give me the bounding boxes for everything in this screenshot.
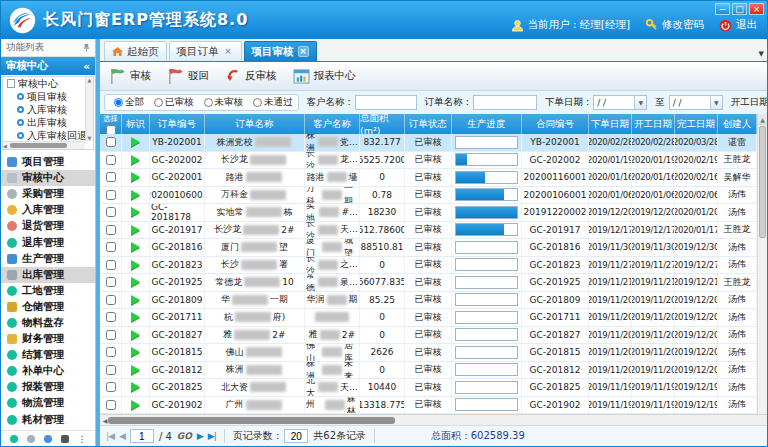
prev-page-button[interactable]: ◀ [119,431,125,441]
column-header-1[interactable]: 标识 [122,114,150,134]
table-row[interactable]: GC-201825北大资北大天…10440已审核GC-2018252019/11… [100,379,757,397]
column-header-3[interactable]: 订单名称 [205,114,305,134]
reject-button[interactable]: 驳回 [164,66,216,87]
status-radio-2[interactable]: 未审核 [204,96,244,109]
scroll-up-icon[interactable]: ▲ [758,114,767,125]
column-header-12[interactable]: 创建人 [718,114,757,134]
tree-vertical-scrollbar[interactable]: ▲ ▼ [85,77,93,141]
row-checkbox[interactable] [106,137,116,147]
tab-overflow-icon[interactable]: ▼ [759,50,764,58]
first-page-button[interactable]: |◀ [106,431,114,441]
next-page-button[interactable]: ▶ [197,431,203,441]
radio-input[interactable] [204,98,213,107]
page-size-input[interactable] [284,429,308,443]
column-header-10[interactable]: 开工日期 [632,114,675,134]
order-name-input[interactable] [473,95,537,110]
row-checkbox[interactable] [106,155,116,165]
tab-2[interactable]: 项目审核× [244,41,317,61]
tree-root-audit-center[interactable]: 审核中心 [3,77,93,90]
tree-item-0[interactable]: 项目审核 [3,90,93,103]
tree-item-1[interactable]: 入库审核 [3,103,93,116]
row-checkbox[interactable] [106,400,116,410]
overflow-icon[interactable]: ⋮ [78,434,87,444]
row-checkbox[interactable] [106,295,116,305]
tab-close-icon[interactable]: × [298,46,309,57]
scroll-left-icon[interactable]: ◀ [3,143,7,149]
table-row[interactable]: GC-202001路港路港墙0已审核202001160012020/01/162… [100,169,757,187]
scroll-down-icon[interactable]: ▼ [88,135,92,141]
tab-1[interactable]: 项目订单× [169,41,242,61]
unaudit-button[interactable]: 反审核 [222,66,284,86]
table-row[interactable]: YB-202001株洲党校株洲党…832.177已审核YB-2020012020… [100,134,757,152]
radio-input[interactable] [114,98,123,107]
sidebar-item-13[interactable]: 补单中心 [1,363,95,379]
cart-mini-icon[interactable] [27,435,35,443]
row-checkbox[interactable] [106,242,116,252]
column-header-11[interactable]: 完工日期 [675,114,718,134]
sidebar-item-4[interactable]: 退货管理 [1,218,95,234]
table-row[interactable]: GC-201815佛山佛山居库2626已审核GC-2018152019/11/2… [100,344,757,362]
change-password-button[interactable]: 修改密码 [645,18,704,32]
table-row[interactable]: GC-201827雅2#雅2#0已审核GC-2018272019/11/2020… [100,327,757,345]
last-page-button[interactable]: ▶| [208,431,216,441]
column-header-5[interactable]: 总面积(m²) [360,114,405,134]
table-row[interactable]: GC-201809华一期华润期85.25已审核GC-2018092019/11/… [100,292,757,310]
table-row[interactable]: GC-202002长沙龙长沙龙…65525.7200..已审核GC-202002… [100,152,757,170]
select-all-checkbox[interactable] [106,125,116,135]
sidebar-item-9[interactable]: 仓储管理 [1,299,95,315]
row-checkbox[interactable] [106,260,116,270]
status-radio-3[interactable]: 未通过 [253,96,293,109]
tab-close-icon[interactable]: × [223,46,234,57]
tree-horizontal-scrollbar[interactable]: ◀ [3,141,85,149]
status-radio-0[interactable]: 全部 [114,96,144,109]
sidebar-group-header[interactable]: 审核中心 « [1,57,95,75]
pin-icon[interactable] [83,43,90,52]
sidebar-item-3[interactable]: 入库管理 [1,202,95,218]
table-row[interactable]: GC-201902广州广州万森林13318.775已审核GC-201902201… [100,397,757,415]
sidebar-item-16[interactable]: 耗材管理 [1,412,95,428]
table-row[interactable]: GC-201812株洲株洲未来0已审核GC-2018122019/11/2020… [100,362,757,380]
sidebar-item-14[interactable]: 报装管理 [1,379,95,395]
logout-button[interactable]: 退出 [719,18,757,32]
row-checkbox[interactable] [106,225,116,235]
row-checkbox[interactable] [106,312,116,322]
table-row[interactable]: GC-201925常德龙10常德泉…266077.835..已审核GC-2019… [100,274,757,292]
pen-mini-icon[interactable] [44,435,52,443]
report-center-button[interactable]: 报表中心 [290,67,363,86]
module-dot-icon[interactable] [10,435,18,443]
row-checkbox[interactable] [106,347,116,357]
sidebar-item-7[interactable]: 出库管理 [1,267,95,283]
table-row[interactable]: GC-2018178实地常栋实地#…18230已审核20191220002201… [100,204,757,222]
sidebar-item-10[interactable]: 物料盘存 [1,315,95,331]
radio-input[interactable] [154,98,163,107]
go-button[interactable]: GO [177,431,192,441]
row-checkbox[interactable] [106,382,116,392]
scroll-thumb[interactable] [759,126,766,238]
sidebar-item-0[interactable]: 项目管理 [1,154,95,170]
sidebar-item-5[interactable]: 退库管理 [1,234,95,250]
collapse-icon[interactable]: « [83,60,90,72]
scroll-thumb[interactable] [108,417,395,424]
row-checkbox[interactable] [106,172,116,182]
table-row[interactable]: GC-201711杭府)0已审核GC-2017112019/11/202019/… [100,309,757,327]
order-date-picker[interactable]: / / ▼ [593,95,647,110]
row-checkbox[interactable] [106,330,116,340]
table-row[interactable]: GC-201917长沙龙2#长沙天…8512.78600..已审核GC-2019… [100,222,757,240]
sidebar-item-15[interactable]: 物流管理 [1,395,95,411]
table-row[interactable]: GC-201816厦门望厦门城望188510.818已审核GC-20181620… [100,239,757,257]
sidebar-item-2[interactable]: 采购管理 [1,186,95,202]
column-header-0[interactable]: 选择 [100,114,122,134]
sidebar-item-11[interactable]: 财务管理 [1,331,95,347]
close-button[interactable]: × [749,3,764,15]
status-radio-1[interactable]: 已审核 [154,96,194,109]
dropdown-icon[interactable]: ▼ [710,96,722,109]
sidebar-item-6[interactable]: 生产管理 [1,251,95,267]
sidebar-item-12[interactable]: 结算管理 [1,347,95,363]
order-date-end-picker[interactable]: / / ▼ [669,95,723,110]
column-header-4[interactable]: 客户名称 [305,114,360,134]
table-vertical-scrollbar[interactable]: ▲ [757,114,767,414]
row-checkbox[interactable] [106,365,116,375]
customer-name-input[interactable] [355,95,417,110]
table-horizontal-scrollbar[interactable]: ◀ [100,414,767,425]
scroll-thumb[interactable] [10,143,67,148]
